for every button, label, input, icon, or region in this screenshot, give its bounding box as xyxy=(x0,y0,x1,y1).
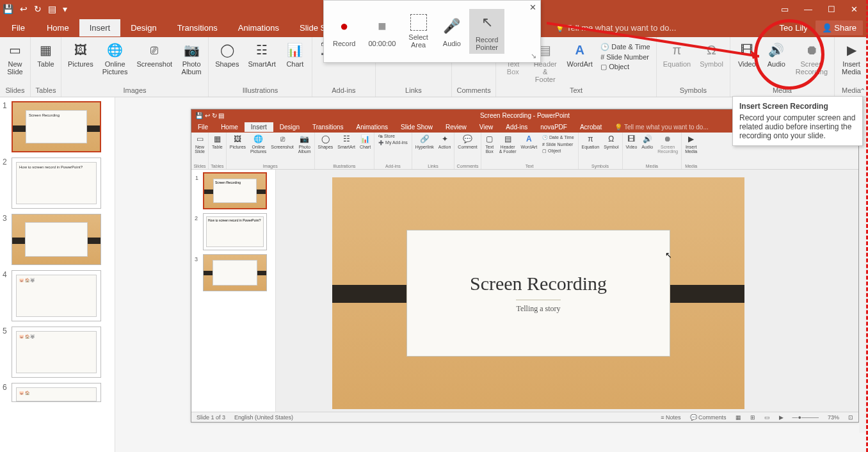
photo-album-button[interactable]: 📷Photo Album xyxy=(179,40,204,77)
inner-comment-button[interactable]: 💬Comment xyxy=(456,133,478,150)
shapes-button[interactable]: ◯Shapes xyxy=(213,40,241,69)
record-audio-button[interactable]: 🎤Audio xyxy=(435,13,469,50)
equation-button[interactable]: πEquation xyxy=(661,40,693,69)
inner-tab-acrobat[interactable]: Acrobat xyxy=(574,122,608,132)
inner-tab-animations[interactable]: Animations xyxy=(350,122,394,132)
inner-smartart-button[interactable]: ☷SmartArt xyxy=(336,133,357,150)
save-icon[interactable]: 💾 xyxy=(3,4,13,14)
collapse-ribbon-icon[interactable]: ⌃ xyxy=(860,87,865,95)
tab-file[interactable]: File xyxy=(0,19,36,36)
inner-thumb-3[interactable]: 3 xyxy=(203,254,267,291)
undo-icon[interactable]: ↩ xyxy=(20,4,28,14)
inner-tab-slideshow[interactable]: Slide Show xyxy=(394,122,439,132)
video-button[interactable]: 🎞Video xyxy=(734,40,760,69)
inner-screen-recording-button[interactable]: ⏺Screen Recording xyxy=(656,133,679,154)
share-button[interactable]: 👤 Share xyxy=(816,20,863,35)
inner-store-button[interactable]: 🛍 Store xyxy=(376,133,397,139)
panel-close-icon[interactable]: ✕ xyxy=(529,3,536,12)
inner-tab-review[interactable]: Review xyxy=(439,122,473,132)
insert-media-button[interactable]: ▶Insert Media xyxy=(839,40,864,77)
pictures-button[interactable]: 🖼Pictures xyxy=(65,40,96,69)
screen-recording-button[interactable]: ⏺Screen Recording xyxy=(793,40,830,77)
smartart-button[interactable]: ☷SmartArt xyxy=(245,40,278,69)
audio-button[interactable]: 🔊Audio xyxy=(764,40,789,69)
slide-thumbnail-5[interactable]: 🐷 🏠 🐺 xyxy=(12,327,101,378)
date-time-button[interactable]: 🕒 Date & Time xyxy=(599,42,652,52)
inner-tab-home[interactable]: Home xyxy=(214,122,245,132)
inner-tellme[interactable]: 💡 Tell me what you want to do... xyxy=(608,122,714,132)
new-slide-button[interactable]: ▭New Slide xyxy=(3,40,28,77)
tab-transitions[interactable]: Transitions xyxy=(167,19,228,36)
chart-button[interactable]: 📊Chart xyxy=(282,40,308,69)
inner-header-footer-button[interactable]: ▤Header & Footer xyxy=(498,133,518,154)
inner-tab-file[interactable]: File xyxy=(191,122,214,132)
vertical-scrollbar[interactable] xyxy=(859,97,868,433)
maximize-icon[interactable]: ☐ xyxy=(824,3,839,15)
online-pictures-button[interactable]: 🌐Online Pictures xyxy=(100,40,131,77)
inner-action-button[interactable]: ✦Action xyxy=(437,133,452,150)
tab-animations[interactable]: Animations xyxy=(228,19,289,36)
inner-view-reading-icon[interactable]: ▭ xyxy=(764,414,770,421)
slide-thumbnail-3[interactable] xyxy=(12,214,101,265)
slide-number-button[interactable]: # Slide Number xyxy=(599,52,651,61)
redo-icon[interactable]: ↻ xyxy=(34,4,42,14)
inner-insert-media-button[interactable]: ▶Insert Media xyxy=(684,133,698,154)
inner-equation-button[interactable]: πEquation xyxy=(581,133,601,150)
inner-my-addins-button[interactable]: ➕ My Add-ins xyxy=(376,140,410,146)
inner-object-button[interactable]: ▢ Object xyxy=(540,148,563,154)
inner-zoom-slider[interactable]: —●——— xyxy=(792,414,819,421)
ribbon-display-icon[interactable]: ▭ xyxy=(777,3,792,15)
inner-pictures-button[interactable]: 🖼Pictures xyxy=(229,133,247,154)
inner-hyperlink-button[interactable]: 🔗Hyperlink xyxy=(414,133,435,150)
symbol-button[interactable]: ΩSymbol xyxy=(697,40,726,69)
wordart-button[interactable]: AWordArt xyxy=(565,40,595,69)
inner-tab-design[interactable]: Design xyxy=(273,122,306,132)
slide-thumbnail-2[interactable]: How to screen record in PowerPoint? xyxy=(12,157,101,209)
inner-audio-button[interactable]: 🔊Audio xyxy=(640,133,654,154)
tab-home[interactable]: Home xyxy=(36,19,79,36)
inner-view-sorter-icon[interactable]: ⊞ xyxy=(750,414,755,421)
qat-more-icon[interactable]: ▾ xyxy=(63,4,67,14)
tab-insert[interactable]: Insert xyxy=(79,19,121,36)
inner-tab-novapdf[interactable]: novaPDF xyxy=(534,122,574,132)
slide-thumbnail-1[interactable]: Screen Recording xyxy=(12,101,101,152)
inner-canvas[interactable]: Screen Recording Telling a story ↖ xyxy=(276,170,858,412)
slide-thumbnail-6[interactable]: 🐷 🏠 xyxy=(12,383,101,402)
inner-symbol-button[interactable]: ΩSymbol xyxy=(602,133,620,150)
panel-pin-icon[interactable]: ↘ xyxy=(531,52,536,60)
inner-fit-icon[interactable]: ⊡ xyxy=(848,414,853,421)
screenshot-button[interactable]: ⎚Screenshot xyxy=(134,40,175,69)
inner-table-button[interactable]: ▦Table xyxy=(211,133,224,150)
inner-tab-transitions[interactable]: Transitions xyxy=(306,122,350,132)
inner-thumb-1[interactable]: 1Screen Recording xyxy=(203,172,267,209)
start-from-beginning-icon[interactable]: ▤ xyxy=(48,4,56,14)
inner-wordart-button[interactable]: AWordArt xyxy=(520,133,539,154)
inner-online-pictures-button[interactable]: 🌐Online Pictures xyxy=(249,133,268,154)
inner-new-slide-button[interactable]: ▭New Slide xyxy=(193,133,206,154)
user-name[interactable]: Teo Lily xyxy=(780,23,808,33)
inner-date-time-button[interactable]: 🕒 Date & Time xyxy=(540,134,575,141)
object-button[interactable]: ▢ Object xyxy=(599,62,631,72)
inner-shapes-button[interactable]: ◯Shapes xyxy=(317,133,335,150)
inner-chart-button[interactable]: 📊Chart xyxy=(358,133,372,150)
close-icon[interactable]: ✕ xyxy=(847,3,862,15)
inner-video-button[interactable]: 🎞Video xyxy=(625,133,639,154)
inner-comments-button[interactable]: 💬 Comments xyxy=(690,414,727,421)
inner-thumb-2[interactable]: 2How to screen record in PowerPoint? xyxy=(203,213,267,250)
record-button[interactable]: ●Record xyxy=(326,13,362,50)
record-pointer-button[interactable]: ↖Record Pointer xyxy=(469,9,504,54)
minimize-icon[interactable]: — xyxy=(800,3,816,15)
inner-view-normal-icon[interactable]: ▦ xyxy=(735,414,741,421)
slide-thumbnail-4[interactable]: 🐷 🏠 🐺 xyxy=(12,270,101,321)
inner-photo-album-button[interactable]: 📷Photo Album xyxy=(297,133,312,154)
inner-slide-number-button[interactable]: # Slide Number xyxy=(540,141,575,147)
tell-me-search[interactable]: Tell me what you want to do... xyxy=(556,23,676,33)
select-area-button[interactable]: Select Area xyxy=(402,12,435,51)
inner-notes-button[interactable]: ≡ Notes xyxy=(661,414,680,421)
inner-tab-insert[interactable]: Insert xyxy=(245,122,273,132)
table-button[interactable]: ▦Table xyxy=(33,40,59,69)
inner-screenshot-button[interactable]: ⎚Screenshot xyxy=(269,133,294,154)
inner-tab-view[interactable]: View xyxy=(473,122,500,132)
inner-text-box-button[interactable]: ▢Text Box xyxy=(483,133,496,154)
tab-design[interactable]: Design xyxy=(120,19,166,36)
